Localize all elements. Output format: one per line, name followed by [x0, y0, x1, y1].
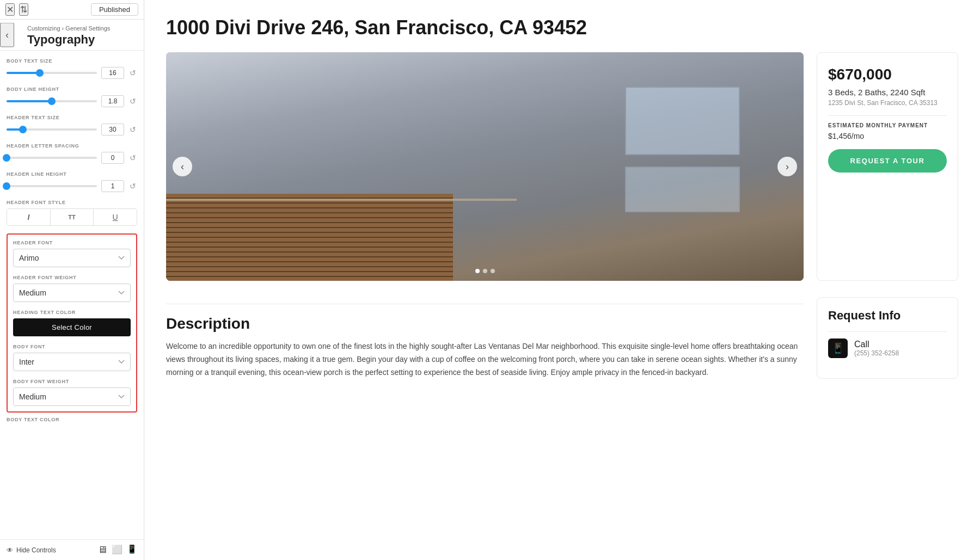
header-letter-spacing-track: [7, 157, 97, 159]
main-content: 1000 Divi Drive 246, San Francisco, CA 9…: [144, 0, 980, 560]
header-text-size-label: HEADER TEXT SIZE: [7, 115, 137, 120]
uppercase-button[interactable]: TT: [51, 209, 94, 225]
description-text: Welcome to an incredible opportunity to …: [166, 340, 804, 379]
body-line-height-fill: [7, 100, 52, 102]
header-font-style-label: HEADER FONT STYLE: [7, 200, 137, 205]
header-font-weight-select[interactable]: Light Regular Medium Semi Bold Bold: [13, 284, 131, 302]
breadcrumb-parent[interactable]: Customizing: [27, 25, 60, 32]
eye-icon: 👁: [7, 546, 13, 554]
typography-featured-section: HEADER FONT Arimo Inter Roboto HEADER FO…: [7, 233, 137, 413]
header-letter-spacing-label: HEADER LETTER SPACING: [7, 143, 137, 149]
request-tour-button[interactable]: REQUEST A TOUR: [828, 149, 947, 173]
header-letter-spacing-input[interactable]: [101, 152, 124, 164]
body-line-height-track: [7, 100, 97, 102]
body-text-color-control: BODY TEXT COLOR: [7, 417, 137, 422]
body-font-weight-select[interactable]: Light Regular Medium Semi Bold Bold: [13, 387, 131, 406]
body-text-size-input[interactable]: [101, 67, 124, 79]
property-main: ‹ › $670,000 3 Beds, 2 Baths, 2240 Sqft …: [166, 52, 958, 281]
body-line-height-label: BODY LINE HEIGHT: [7, 87, 137, 92]
body-text-size-label: BODY TEXT SIZE: [7, 58, 137, 64]
body-text-color-label: BODY TEXT COLOR: [7, 417, 137, 422]
font-style-row: I TT U: [7, 208, 137, 226]
hide-controls-label: Hide Controls: [16, 546, 56, 554]
header-font-label: HEADER FONT: [13, 240, 131, 245]
header-font-weight-label: HEADER FONT WEIGHT: [13, 275, 131, 280]
body-text-size-thumb[interactable]: [36, 69, 44, 77]
header-letter-spacing-thumb[interactable]: [3, 154, 10, 162]
tablet-icon[interactable]: ⬜: [112, 544, 122, 556]
header-line-height-row: ↺: [7, 180, 137, 192]
header-letter-spacing-reset[interactable]: ↺: [128, 153, 137, 162]
header-line-height-track: [7, 185, 97, 187]
header-font-weight-control: HEADER FONT WEIGHT Light Regular Medium …: [13, 275, 131, 302]
body-text-size-control: BODY TEXT SIZE ↺: [7, 58, 137, 79]
device-icons: 🖥 ⬜ 📱: [97, 544, 137, 556]
property-title: 1000 Divi Drive 246, San Francisco, CA 9…: [166, 16, 958, 39]
desktop-icon[interactable]: 🖥: [97, 544, 107, 556]
property-info-card: $670,000 3 Beds, 2 Baths, 2240 Sqft 1235…: [817, 52, 958, 281]
header-text-size-row: ↺: [7, 124, 137, 136]
header-font-select[interactable]: Arimo Inter Roboto: [13, 249, 131, 267]
divider-1: [828, 115, 947, 116]
phone-icon: 📱: [828, 339, 848, 358]
underline-button[interactable]: U: [94, 209, 137, 225]
header-letter-spacing-slider-container: [7, 157, 97, 159]
property-price: $670,000: [828, 66, 947, 83]
description-title: Description: [166, 315, 804, 333]
description-section: Description Welcome to an incredible opp…: [166, 297, 958, 379]
description-divider: [166, 304, 804, 304]
back-button[interactable]: ‹: [0, 23, 14, 47]
header-line-height-slider-container: [7, 185, 97, 187]
page-title: Typography: [27, 33, 137, 47]
close-button[interactable]: ✕: [5, 3, 15, 16]
header-letter-spacing-row: ↺: [7, 152, 137, 164]
select-color-button[interactable]: Select Color: [13, 318, 131, 336]
body-font-weight-label: BODY FONT WEIGHT: [13, 379, 131, 384]
monthly-payment-value: $1,456/mo: [828, 132, 947, 140]
header-line-height-reset[interactable]: ↺: [128, 182, 137, 190]
published-button[interactable]: Published: [91, 3, 138, 16]
monthly-payment-label: ESTIMATED MONTHLY PAYMENT: [828, 122, 947, 128]
body-text-size-reset[interactable]: ↺: [128, 69, 137, 77]
header-line-height-input[interactable]: [101, 180, 124, 192]
body-line-height-row: ↺: [7, 95, 137, 107]
body-line-height-reset[interactable]: ↺: [128, 97, 137, 106]
body-font-select[interactable]: Inter Arimo Roboto: [13, 353, 131, 371]
body-text-size-row: ↺: [7, 67, 137, 79]
header-letter-spacing-control: HEADER LETTER SPACING ↺: [7, 143, 137, 164]
header-line-height-thumb[interactable]: [3, 182, 10, 190]
italic-button[interactable]: I: [7, 209, 51, 225]
body-text-size-track: [7, 72, 97, 74]
header-text-size-track: [7, 128, 97, 131]
hide-controls-btn[interactable]: 👁 Hide Controls: [7, 546, 56, 554]
header-font-control: HEADER FONT Arimo Inter Roboto: [13, 240, 131, 267]
breadcrumb-child[interactable]: General Settings: [65, 25, 110, 32]
body-line-height-input[interactable]: [101, 95, 124, 107]
carousel-dot-2[interactable]: [483, 269, 487, 273]
body-text-size-fill: [7, 72, 40, 74]
header-text-size-thumb[interactable]: [19, 126, 27, 133]
carousel-dot-1[interactable]: [475, 269, 480, 273]
top-bar: ✕ ⇅ Published: [0, 0, 144, 20]
header-text-size-input[interactable]: [101, 124, 124, 136]
carousel-prev-button[interactable]: ‹: [173, 157, 192, 176]
property-beds-baths: 3 Beds, 2 Baths, 2240 Sqft: [828, 88, 947, 97]
carousel-next-button[interactable]: ›: [777, 157, 797, 176]
header-font-style-control: HEADER FONT STYLE I TT U: [7, 200, 137, 226]
heading-text-color-label: HEADING TEXT COLOR: [13, 310, 131, 315]
property-address-small: 1235 Divi St, San Fracisco, CA 35313: [828, 99, 947, 107]
body-line-height-thumb[interactable]: [48, 97, 56, 105]
carousel-dot-3[interactable]: [491, 269, 495, 273]
body-line-height-control: BODY LINE HEIGHT ↺: [7, 87, 137, 107]
breadcrumb: Customizing › General Settings: [27, 25, 137, 32]
header-text-size-reset[interactable]: ↺: [128, 125, 137, 134]
swap-icon[interactable]: ⇅: [19, 3, 28, 16]
body-font-label: BODY FONT: [13, 344, 131, 349]
property-image-area: ‹ ›: [166, 52, 804, 281]
header-line-height-control: HEADER LINE HEIGHT ↺: [7, 171, 137, 192]
contact-info: Call (255) 352-6258: [854, 340, 899, 357]
body-font-weight-control: BODY FONT WEIGHT Light Regular Medium Se…: [13, 379, 131, 406]
mobile-icon[interactable]: 📱: [127, 544, 137, 556]
carousel-dots: [475, 269, 495, 273]
property-image: [166, 52, 804, 281]
